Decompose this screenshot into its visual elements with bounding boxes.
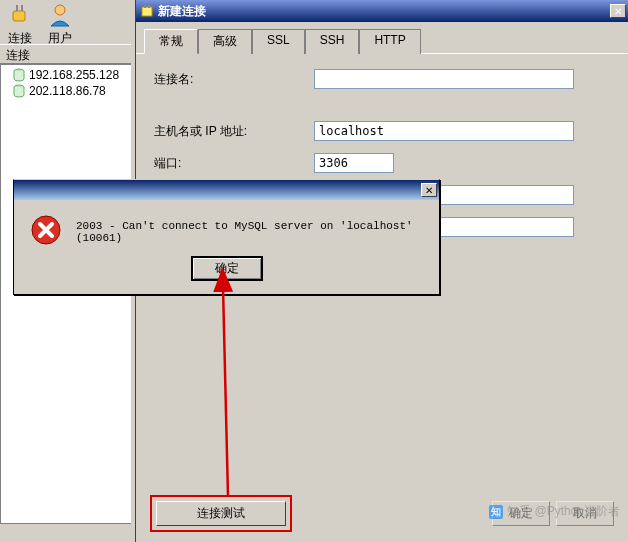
host-label: 主机名或 IP 地址: [154,123,314,140]
close-button[interactable]: ✕ [421,183,437,197]
dialog-title: 新建连接 [158,3,606,20]
svg-rect-0 [13,11,25,21]
tree-item[interactable]: 192.168.255.128 [1,67,131,83]
close-button[interactable]: ✕ [610,4,626,18]
plug-icon [6,2,34,28]
tool-label: 用户 [48,30,72,47]
svg-rect-6 [142,7,152,16]
tool-label: 连接 [8,30,32,47]
tree-item-label: 202.118.86.78 [29,84,106,98]
annotation-highlight: 连接测试 [150,495,292,532]
tab-ssh[interactable]: SSH [305,29,360,54]
host-input[interactable] [314,121,574,141]
user-icon [46,2,74,28]
test-connection-button[interactable]: 连接测试 [156,501,286,526]
toolbar: 连接 用户 [0,0,131,44]
port-input[interactable] [314,153,394,173]
tree-item-label: 192.168.255.128 [29,68,119,82]
zhihu-icon: 知 [489,505,503,519]
svg-point-3 [55,5,65,15]
error-titlebar: ✕ [14,180,439,200]
sidebar-header: 连接 [0,44,131,64]
svg-rect-1 [16,5,18,11]
svg-rect-2 [21,5,23,11]
watermark-text: 知乎 @Python进阶者 [507,503,620,520]
svg-rect-7 [144,5,146,8]
error-message: 2003 - Can't connect to MySQL server on … [76,214,423,244]
error-ok-button[interactable]: 确定 [192,257,262,280]
tab-http[interactable]: HTTP [359,29,420,54]
tab-general[interactable]: 常规 [144,29,198,54]
error-dialog: ✕ 2003 - Can't connect to MySQL server o… [13,179,440,295]
conn-name-label: 连接名: [154,71,314,88]
conn-name-input[interactable] [314,69,574,89]
port-label: 端口: [154,155,314,172]
tree-item[interactable]: 202.118.86.78 [1,83,131,99]
dialog-titlebar: 新建连接 ✕ [136,0,628,22]
user-tool-button[interactable]: 用户 [46,2,74,47]
connection-tool-button[interactable]: 连接 [6,2,34,47]
app-icon [140,4,154,18]
error-icon [30,214,62,246]
tab-advanced[interactable]: 高级 [198,29,252,54]
database-icon [13,68,25,82]
tab-ssl[interactable]: SSL [252,29,305,54]
watermark: 知 知乎 @Python进阶者 [489,503,620,520]
svg-rect-8 [148,5,150,8]
database-icon [13,84,25,98]
tabstrip: 常规 高级 SSL SSH HTTP [136,22,628,54]
